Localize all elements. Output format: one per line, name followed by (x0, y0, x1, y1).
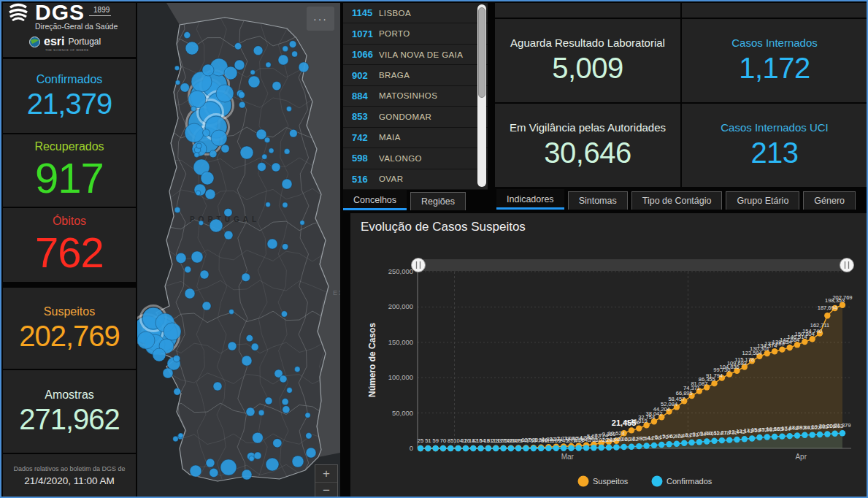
indicator-label: Aguarda Resultado Laboratorial (510, 37, 665, 49)
map-zoom-controls: + − (315, 464, 338, 497)
map-canvas[interactable]: PORTUGALEX (137, 3, 340, 497)
concelho-name: GONDOMAR (379, 112, 431, 121)
list-item[interactable]: 853GONDOMAR (343, 107, 488, 127)
indicator-tabs: Indicadores Sintomas Tipo de Contágio Gr… (496, 189, 856, 210)
esri-logo: esri Portugal (29, 35, 101, 48)
svg-text:4: 4 (472, 437, 475, 444)
stat-value: 917 (35, 155, 104, 202)
clipped-panels-strip (495, 3, 867, 18)
case-count: 902 (352, 70, 374, 81)
indicator-label: Casos Internados (731, 37, 818, 49)
tab-sintomas[interactable]: Sintomas (568, 191, 628, 210)
dashboard: DGS 1899 Direção-Geral da Saúde esri Por… (0, 0, 868, 498)
tab-genero[interactable]: Género (803, 191, 856, 210)
svg-text:85: 85 (448, 437, 453, 444)
concelho-name: OVAR (379, 175, 403, 183)
list-item[interactable]: 902BRAGA (343, 65, 488, 85)
clipped-panel (495, 3, 680, 18)
chart-panel: Evolução de Casos Suspeitos 050,000100,0… (350, 213, 867, 497)
svg-text:59: 59 (432, 437, 438, 444)
stat-value: 202,769 (19, 320, 120, 352)
concelho-name: BRAGA (379, 71, 410, 80)
svg-text:51: 51 (425, 437, 431, 444)
chart-canvas[interactable]: 050,000100,000150,000200,000250,000MarAp… (350, 213, 867, 497)
svg-text:Apr: Apr (795, 453, 807, 461)
indicator-label: Casos Internados UCI (721, 121, 829, 134)
stat-label: Recuperados (34, 140, 104, 153)
svg-text:91,794: 91,794 (706, 372, 723, 379)
svg-text:100,000: 100,000 (388, 373, 413, 381)
stat-value: 271,962 (19, 403, 120, 435)
indicator-em-vigilancia: Em Vigilância pelas Autoridades 30,646 (495, 104, 680, 187)
case-count: 1066 (352, 49, 374, 60)
case-count: 853 (352, 111, 374, 122)
stat-obitos: Óbitos 762 (3, 208, 136, 282)
dgs-wordmark: DGS (35, 3, 85, 22)
svg-text:150,000: 150,000 (388, 338, 413, 346)
esri-wordmark: esri (44, 35, 64, 48)
scrollbar-thumb[interactable] (478, 7, 485, 98)
stat-label: Amostras (45, 388, 94, 402)
tab-tipo-de-contagio[interactable]: Tipo de Contágio (631, 191, 723, 210)
list-item[interactable]: 1066VILA NOVA DE GAIA (343, 45, 488, 65)
data-source-note: Dados relativos ao boletim da DGS de 21/… (3, 454, 136, 497)
indicator-label: Em Vigilância pelas Autoridades (510, 121, 666, 134)
indicator-aguarda-resultado: Aguarda Resultado Laboratorial 5,009 (495, 19, 680, 102)
concelho-name: VILA NOVA DE GAIA (379, 50, 463, 59)
stat-recuperados: Recuperados 917 (3, 134, 136, 207)
concelho-name: VALONGO (379, 154, 422, 163)
dgs-year: 1899 (89, 3, 111, 16)
list-item[interactable]: 884MATOSINHOS (343, 86, 488, 107)
svg-text:70: 70 (440, 437, 446, 444)
svg-text:59: 59 (531, 437, 537, 444)
zoom-in-button[interactable]: + (315, 465, 337, 482)
logo-panel: DGS 1899 Direção-Geral da Saúde esri Por… (3, 3, 136, 57)
indicator-value: 5,009 (552, 52, 623, 85)
case-count: 516 (352, 174, 374, 185)
map-more-button[interactable]: ··· (307, 7, 334, 31)
svg-text:50,000: 50,000 (392, 409, 413, 417)
concelhos-list: 1145LISBOA 1071PORTO 1066VILA NOVA DE GA… (343, 3, 488, 190)
indicator-value: 213 (750, 137, 798, 169)
time-range-slider[interactable] (412, 258, 854, 272)
svg-text:21: 21 (500, 437, 506, 444)
case-count: 742 (352, 132, 374, 143)
svg-text:Suspeitos: Suspeitos (593, 477, 629, 486)
tab-regioes[interactable]: Regiões (410, 192, 466, 210)
indicator-value: 1,172 (739, 52, 810, 85)
svg-text:Confirmados: Confirmados (667, 477, 713, 486)
svg-text:13: 13 (493, 437, 499, 444)
map-panel[interactable]: PORTUGALEX ··· + − (137, 3, 340, 497)
indicators-grid: Aguarda Resultado Laboratorial 5,009 Cas… (495, 19, 867, 187)
tab-concelhos[interactable]: Concelhos (343, 190, 407, 210)
svg-text:58,457: 58,457 (668, 396, 685, 402)
source-note-text: Dados relativos ao boletim da DGS de (13, 465, 125, 472)
indicator-value: 30,646 (544, 137, 631, 169)
tab-grupo-etario[interactable]: Grupo Etário (726, 191, 799, 210)
case-count: 884 (352, 91, 374, 101)
svg-text:25: 25 (418, 437, 423, 444)
stat-label: Confirmados (37, 73, 103, 86)
clipped-panel (682, 3, 867, 18)
svg-text:30: 30 (508, 437, 514, 444)
list-item[interactable]: 1145LISBOA (343, 3, 488, 23)
esri-tagline: THE SCIENCE OF WHERE (45, 48, 89, 52)
concelho-name: MAIA (379, 133, 401, 142)
svg-text:202,769: 202,769 (832, 294, 852, 301)
slider-handle-start[interactable] (412, 258, 426, 272)
list-item[interactable]: 1071PORTO (343, 23, 488, 44)
indicator-internados-uci: Casos Internados UCI 213 (682, 104, 867, 187)
svg-text:41: 41 (523, 437, 529, 444)
stat-confirmados: Confirmados 21,379 (3, 59, 136, 133)
zoom-out-button[interactable]: − (315, 482, 337, 497)
slider-handle-end[interactable] (840, 258, 854, 272)
svg-text:200,000: 200,000 (388, 302, 413, 310)
list-item[interactable]: 516OVAR (343, 169, 488, 190)
list-item[interactable]: 598VALONGO (343, 148, 488, 169)
x-axis-month-labels: MarApr (561, 453, 807, 461)
chart-legend[interactable]: SuspeitosConfirmados (578, 476, 713, 487)
list-item[interactable]: 742MAIA (343, 128, 488, 148)
tab-indicadores[interactable]: Indicadores (496, 189, 564, 210)
svg-text:162,711: 162,711 (810, 322, 830, 329)
concelho-name: MATOSINHOS (379, 91, 437, 100)
